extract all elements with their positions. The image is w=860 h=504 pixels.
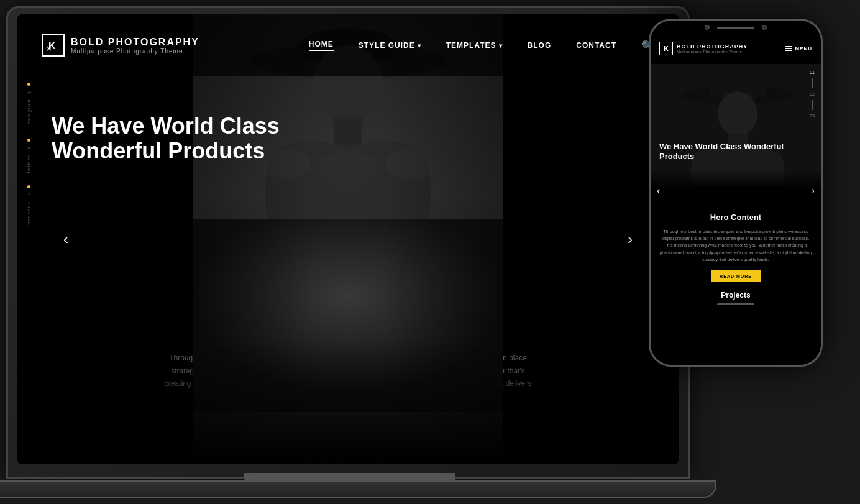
menu-line-1 [785, 46, 792, 47]
phone-content-description: Through our best-in-class techniques and… [659, 228, 812, 263]
hero-background [17, 14, 679, 464]
slide-num-2: 02 [810, 92, 815, 96]
nav-logo-subtitle: Multipurpose Photography Theme [71, 48, 199, 55]
twitter-dot [27, 139, 30, 142]
phone-menu-button[interactable]: MENU [785, 46, 812, 52]
phone-hero-svg [651, 64, 821, 188]
phone-slide-numbers: 01 02 03 [810, 70, 815, 118]
phone-shell: K BOLD PHOTOGRAPHY Multipurpose Photogra… [649, 19, 823, 367]
laptop-shell: K BOLD PHOTOGRAPHY Multipurpose Photogra… [6, 6, 690, 479]
nav-link-contact[interactable]: CONTACT [576, 41, 616, 50]
instagram-icon: ◎ [27, 89, 31, 95]
menu-line-3 [785, 50, 792, 52]
nav-links: HOME STYLE GUIDE ▾ TEMPLATES ▾ BLOG CONT… [309, 40, 654, 52]
twitter-label: twitter [27, 155, 31, 173]
laptop-base [0, 480, 716, 498]
phone-logo-title: BOLD PHOTOGRAPHY [677, 44, 748, 50]
hero-headline-text: We Have World Class Wonderful Products [52, 114, 288, 163]
phone-next-arrow[interactable]: › [812, 185, 815, 196]
nav-logo[interactable]: K BOLD PHOTOGRAPHY Multipurpose Photogra… [42, 34, 199, 57]
phone-read-more-button[interactable]: READ MORE [711, 270, 761, 282]
twitter-social[interactable]: ✕ twitter [27, 139, 31, 173]
instagram-label: instagram [27, 99, 31, 126]
desktop-nav: K BOLD PHOTOGRAPHY Multipurpose Photogra… [17, 14, 679, 76]
phone-logo-sub: Multipurpose Photography Theme [677, 50, 748, 53]
phone-nav: K BOLD PHOTOGRAPHY Multipurpose Photogra… [651, 33, 821, 64]
nav-link-style-guide[interactable]: STYLE GUIDE ▾ [359, 41, 421, 50]
slide-num-1: 01 [810, 70, 815, 75]
phone-headline-text: We Have World Class Wonderful Products [659, 142, 802, 161]
twitter-icon: ✕ [27, 145, 31, 151]
slide-line [812, 78, 813, 88]
phone-hero-headline: We Have World Class Wonderful Products [659, 142, 802, 161]
nav-link-blog[interactable]: BLOG [528, 41, 552, 50]
nav-link-templates[interactable]: TEMPLATES ▾ [446, 41, 503, 50]
phone-notch [705, 25, 767, 29]
phone-projects-bar [717, 303, 754, 305]
phone-menu-label: MENU [795, 46, 812, 52]
slide-line-2 [812, 100, 813, 110]
menu-line-2 [785, 48, 792, 49]
instagram-dot [27, 83, 30, 86]
hamburger-icon [785, 46, 792, 52]
phone-projects-title: Projects [659, 291, 812, 300]
laptop-screen-bezel: K BOLD PHOTOGRAPHY Multipurpose Photogra… [17, 14, 679, 464]
phone-logo-text: BOLD PHOTOGRAPHY Multipurpose Photograph… [677, 44, 748, 53]
phone-hero-image [651, 64, 821, 188]
nav-link-home[interactable]: HOME [309, 40, 334, 51]
phone-prev-arrow[interactable]: ‹ [657, 185, 660, 196]
facebook-dot [27, 185, 30, 188]
phone-camera-dot-2 [762, 25, 767, 30]
hero-next-arrow[interactable]: › [619, 228, 641, 250]
style-guide-arrow-icon: ▾ [418, 42, 421, 49]
facebook-label: facebook [27, 201, 31, 226]
templates-arrow-icon: ▾ [499, 42, 503, 49]
phone-status-bar [717, 27, 754, 29]
hero-left-headline: We Have World Class Wonderful Products [52, 114, 288, 163]
logo-icon: K [42, 34, 65, 57]
facebook-icon: f [28, 192, 29, 198]
phone-logo[interactable]: K BOLD PHOTOGRAPHY Multipurpose Photogra… [659, 42, 748, 55]
nav-logo-text: BOLD PHOTOGRAPHY Multipurpose Photograph… [71, 37, 199, 55]
phone-screen: K BOLD PHOTOGRAPHY Multipurpose Photogra… [651, 21, 821, 365]
phone-content-area: Hero Content Through our best-in-class t… [651, 204, 821, 365]
phone-camera-dot [705, 25, 710, 30]
svg-rect-17 [651, 170, 821, 188]
phone-logo-icon: K [659, 42, 673, 55]
phone-read-more-wrap: READ MORE [659, 270, 812, 282]
slide-num-3: 03 [810, 114, 815, 118]
instagram-social[interactable]: ◎ instagram [27, 83, 31, 126]
facebook-social[interactable]: f facebook [27, 185, 31, 226]
social-sidebar: ◎ instagram ✕ twitter f facebook [27, 83, 31, 227]
k-logo-icon: K [46, 38, 61, 53]
laptop-hinge [244, 473, 455, 480]
svg-point-15 [718, 91, 757, 136]
hero-prev-arrow[interactable]: ‹ [55, 228, 77, 250]
nav-logo-title: BOLD PHOTOGRAPHY [71, 37, 199, 48]
phone-content-title: Hero Content [659, 213, 812, 222]
website-desktop: K BOLD PHOTOGRAPHY Multipurpose Photogra… [17, 14, 679, 464]
svg-rect-4 [334, 117, 362, 148]
